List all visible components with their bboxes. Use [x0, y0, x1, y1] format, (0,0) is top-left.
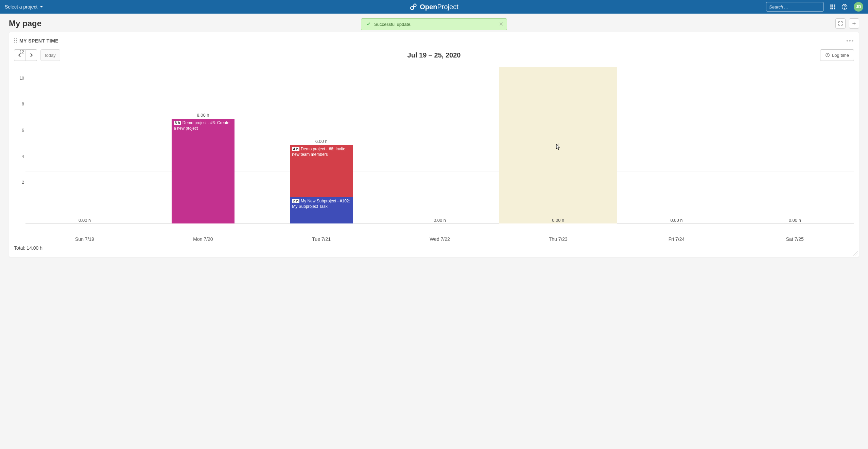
x-label: Thu 7/23: [499, 236, 617, 242]
svg-rect-8: [834, 6, 835, 7]
page-title: My page: [9, 19, 41, 28]
day-column[interactable]: 0.00 hWed 7/22: [381, 67, 499, 234]
drag-handle-icon[interactable]: [14, 38, 17, 44]
bar-stack: 8 hDemo project - #3: Create a new proje…: [172, 119, 235, 223]
bar-stack: 2 hMy New Subproject - #102: My Subproje…: [290, 145, 353, 223]
day-column[interactable]: 2 hMy New Subproject - #102: My Subproje…: [262, 67, 381, 234]
day-total: 8.00 h: [144, 113, 262, 118]
bar-segment[interactable]: 8 hDemo project - #3: Create a new proje…: [172, 119, 235, 223]
svg-point-17: [16, 40, 17, 41]
segment-label: Demo project - #3: Create a new project: [174, 120, 229, 131]
segment-hours: 8 h: [174, 121, 181, 125]
day-total: 0.00 h: [25, 218, 144, 223]
svg-rect-10: [832, 8, 833, 9]
fullscreen-button[interactable]: [835, 18, 846, 29]
total-label: Total: 14.00 h: [14, 245, 854, 251]
y-tick: 6: [22, 128, 24, 133]
help-icon[interactable]: [841, 4, 848, 10]
day-total: 0.00 h: [381, 218, 499, 223]
avatar-initials: JD: [856, 4, 861, 9]
apps-icon[interactable]: [830, 4, 835, 10]
y-tick: 12: [20, 50, 24, 54]
x-label: Tue 7/21: [262, 236, 381, 242]
svg-rect-3: [830, 4, 831, 5]
x-label: Mon 7/20: [144, 236, 262, 242]
y-tick: 10: [20, 76, 24, 81]
svg-point-14: [14, 38, 15, 39]
log-time-label: Log time: [832, 53, 849, 58]
svg-point-1: [414, 4, 416, 6]
brand[interactable]: OpenProject: [410, 3, 458, 11]
brand-icon: [410, 3, 417, 11]
project-select[interactable]: Select a project: [5, 4, 43, 10]
svg-rect-4: [832, 4, 833, 5]
day-total: 0.00 h: [736, 218, 854, 223]
svg-rect-9: [830, 8, 831, 9]
toast-success: Successful update.: [361, 18, 507, 30]
check-icon: [366, 21, 371, 27]
spent-time-chart: 246810120.00 hSun 7/198 hDemo project - …: [14, 67, 854, 234]
svg-point-15: [16, 38, 17, 39]
next-week-button[interactable]: [25, 49, 37, 61]
resize-handle-icon[interactable]: [853, 251, 857, 255]
day-column[interactable]: +0.00 hThu 7/23: [499, 67, 617, 234]
x-label: Sun 7/19: [25, 236, 144, 242]
widget-title: MY SPENT TIME: [14, 38, 58, 44]
brand-name: OpenProject: [420, 3, 458, 11]
day-column[interactable]: 8 hDemo project - #3: Create a new proje…: [144, 67, 262, 234]
svg-point-16: [14, 40, 15, 41]
y-tick: 4: [22, 154, 24, 159]
today-button[interactable]: today: [40, 49, 60, 61]
date-range-label: Jul 19 – 25, 2020: [407, 51, 461, 59]
svg-point-19: [16, 41, 17, 43]
y-tick: 2: [22, 180, 24, 185]
log-time-button[interactable]: Log time: [820, 49, 854, 61]
clock-icon: [825, 53, 830, 57]
add-widget-button[interactable]: [849, 18, 859, 29]
widget-title-text: MY SPENT TIME: [19, 38, 58, 44]
day-total: 0.00 h: [617, 218, 735, 223]
toast-message: Successful update.: [374, 22, 412, 27]
bar-segment[interactable]: 4 hDemo project - #6: Invite new team me…: [290, 145, 353, 197]
y-tick: 8: [22, 102, 24, 106]
day-total: 6.00 h: [262, 139, 381, 144]
svg-point-0: [411, 6, 414, 10]
svg-rect-6: [830, 6, 831, 7]
widget-my-spent-time: MY SPENT TIME ••• today Jul 19 – 25, 202…: [9, 32, 859, 257]
page-header: My page Successful update.: [0, 14, 868, 32]
x-label: Wed 7/22: [381, 236, 499, 242]
project-select-label: Select a project: [5, 4, 38, 10]
day-column[interactable]: 0.00 hSun 7/19: [25, 67, 144, 234]
segment-hours: 2 h: [292, 199, 299, 203]
day-column[interactable]: 0.00 hSat 7/25: [736, 67, 854, 234]
x-label: Fri 7/24: [617, 236, 735, 242]
chevron-down-icon: [40, 6, 43, 8]
search-input-wrap[interactable]: [766, 2, 824, 12]
segment-hours: 4 h: [292, 147, 299, 151]
svg-rect-11: [834, 8, 835, 9]
top-bar: Select a project OpenProject JD: [0, 0, 868, 14]
svg-point-13: [844, 8, 845, 9]
day-total: 0.00 h: [499, 218, 617, 223]
day-column[interactable]: 0.00 hFri 7/24: [617, 67, 735, 234]
bar-segment[interactable]: 2 hMy New Subproject - #102: My Subproje…: [290, 197, 353, 223]
svg-rect-7: [832, 6, 833, 7]
svg-point-18: [14, 41, 15, 43]
avatar[interactable]: JD: [854, 2, 863, 12]
segment-label: Demo project - #6: Invite new team membe…: [292, 147, 345, 157]
close-icon[interactable]: [499, 22, 503, 27]
svg-rect-5: [834, 4, 835, 5]
widget-more-icon[interactable]: •••: [846, 38, 854, 44]
x-label: Sat 7/25: [736, 236, 854, 242]
search-input[interactable]: [769, 4, 827, 10]
segment-label: My New Subproject - #102: My Subproject …: [292, 199, 350, 209]
